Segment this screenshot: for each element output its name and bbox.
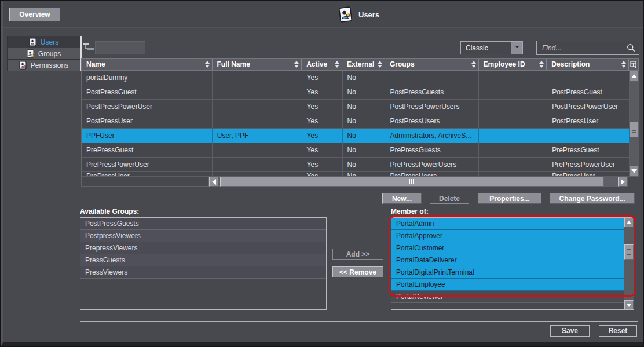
table-horizontal-scrollbar[interactable] <box>81 177 639 187</box>
available-group-PressGuests[interactable]: PressGuests <box>80 254 326 266</box>
cell-name: PrePressPowerUser <box>82 158 213 171</box>
page-title-group: Users <box>338 5 379 24</box>
cell-description: PostPressPowerUser <box>547 100 630 114</box>
dropdown-arrow-icon[interactable] <box>511 42 522 54</box>
cell-name: PrePressUser <box>82 172 213 176</box>
page-title: Users <box>358 10 379 19</box>
scroll-up-button[interactable] <box>624 218 634 227</box>
sort-icon[interactable] <box>539 61 544 68</box>
member-of-list[interactable]: PortalAdminPortalApproverPortalCustomerP… <box>391 217 634 310</box>
app-window: Overview Users UsersGroupsPermissions Cl… <box>1 1 643 346</box>
table-row-PrePressGuest[interactable]: PrePressGuestYesNoPrePressGuestsPrePress… <box>82 143 630 158</box>
cell-groups <box>385 71 479 85</box>
find-input[interactable]: Find... <box>536 41 639 55</box>
available-group-PressViewers[interactable]: PressViewers <box>80 266 326 279</box>
column-config-button[interactable] <box>629 59 638 70</box>
sidebar-item-groups[interactable]: Groups <box>7 48 80 59</box>
available-group-PostPressGuests[interactable]: PostPressGuests <box>80 218 326 230</box>
table-row-PrePressUser[interactable]: PrePressUserYesNoPrePressUsersPrePressUs… <box>82 172 630 177</box>
new-button[interactable]: New... <box>382 193 422 204</box>
member-group-PortalReviewer[interactable]: PortalReviewer <box>391 291 624 303</box>
sort-icon[interactable] <box>621 61 626 68</box>
column-header-employee-id[interactable]: Employee ID <box>479 59 547 70</box>
add-button[interactable]: Add >> <box>332 249 383 260</box>
cell-full-name <box>213 158 302 171</box>
cell-full-name <box>213 71 302 85</box>
available-group-PrepressViewers[interactable]: PrepressViewers <box>80 242 326 254</box>
column-config-icon <box>630 61 638 68</box>
cell-employee-id <box>479 85 547 99</box>
cell-description: PrePressPowerUser <box>547 158 630 171</box>
view-mode-value: Classic <box>461 44 511 52</box>
scrollbar-filler-panel <box>81 177 209 187</box>
column-header-name[interactable]: Name <box>82 59 213 70</box>
table-row-PPFUser[interactable]: PPFUserUser, PPFYesNoAdministrators, Arc… <box>82 129 630 143</box>
sort-icon[interactable] <box>335 61 339 68</box>
member-scroll-thumb[interactable] <box>624 244 634 260</box>
cell-full-name <box>213 114 302 128</box>
cell-full-name <box>213 85 302 99</box>
member-group-PortalEmployee[interactable]: PortalEmployee <box>391 279 624 291</box>
member-of-items: PortalAdminPortalApproverPortalCustomerP… <box>391 218 624 309</box>
sort-icon[interactable] <box>471 61 476 68</box>
table-vertical-scrollbar[interactable] <box>630 71 639 177</box>
view-mode-select[interactable]: Classic <box>460 41 523 54</box>
sort-icon[interactable] <box>378 61 382 68</box>
sort-icon[interactable] <box>205 61 210 68</box>
cell-description: PrePressUser <box>547 172 630 176</box>
cell-full-name <box>213 100 302 114</box>
member-list-scrollbar[interactable] <box>624 218 634 309</box>
tree-hierarchy-icon[interactable] <box>83 42 94 51</box>
remove-button[interactable]: << Remove <box>332 266 383 277</box>
sort-icon[interactable] <box>294 61 299 68</box>
column-label: Description <box>551 60 590 68</box>
properties-button[interactable]: Properties... <box>478 193 541 204</box>
cell-full-name <box>213 172 302 176</box>
scroll-down-button[interactable] <box>630 166 639 177</box>
scroll-down-button[interactable] <box>624 300 634 309</box>
table-row-PrePressPowerUser[interactable]: PrePressPowerUserYesNoPrePressPowerUsers… <box>82 158 630 172</box>
horizontal-scroll-thumb[interactable] <box>220 177 604 187</box>
cell-external: No <box>343 85 386 99</box>
member-group-PortalDataDeliverer[interactable]: PortalDataDeliverer <box>391 254 624 266</box>
sidebar-item-permissions[interactable]: Permissions <box>7 59 80 71</box>
table-row-PostPressGuest[interactable]: PostPressGuestYesNoPostPressGuestsPostPr… <box>82 85 630 100</box>
cell-groups: Administrators, ArchiveS... <box>385 129 479 143</box>
scroll-right-button[interactable] <box>618 177 628 187</box>
save-button[interactable]: Save <box>550 325 590 337</box>
cell-description: PostPressUser <box>547 114 630 128</box>
table-row-portalDummy[interactable]: portalDummyYesNo <box>82 71 630 85</box>
available-group-PostpressViewers[interactable]: PostpressViewers <box>80 230 326 242</box>
column-header-full-name[interactable]: Full Name <box>213 59 302 70</box>
cell-external: No <box>343 129 386 143</box>
member-group-PortalApprover[interactable]: PortalApprover <box>391 230 624 242</box>
member-group-PortalCustomer[interactable]: PortalCustomer <box>391 242 624 254</box>
column-header-description[interactable]: Description <box>547 59 629 70</box>
column-header-external[interactable]: External <box>342 59 385 70</box>
table-row-PostPressPowerUser[interactable]: PostPressPowerUserYesNoPostPressPowerUse… <box>82 100 630 114</box>
cell-groups: PostPressUsers <box>385 114 479 128</box>
member-group-PortalDigitalPrintTerminal[interactable]: PortalDigitalPrintTerminal <box>391 266 624 279</box>
cell-active: Yes <box>302 100 343 114</box>
column-label: Name <box>86 60 105 68</box>
available-groups-list[interactable]: PostPressGuestsPostpressViewersPrepressV… <box>80 217 327 310</box>
column-header-active[interactable]: Active <box>302 59 342 70</box>
member-of-label: Member of: <box>391 207 429 215</box>
sidebar-item-users[interactable]: Users <box>7 36 80 48</box>
change-password-button[interactable]: Change Password... <box>550 193 635 204</box>
reset-button[interactable]: Reset <box>599 325 637 337</box>
cell-external: No <box>343 114 386 128</box>
column-header-groups[interactable]: Groups <box>385 59 479 70</box>
vertical-scroll-thumb[interactable] <box>630 122 639 137</box>
search-icon[interactable] <box>627 43 635 52</box>
overview-button[interactable]: Overview <box>9 8 60 21</box>
cell-employee-id <box>479 114 547 128</box>
delete-button[interactable]: Delete <box>430 193 469 204</box>
member-group-PortalAdmin[interactable]: PortalAdmin <box>391 218 624 230</box>
scroll-left-button[interactable] <box>209 177 219 187</box>
cell-groups: PostPressGuests <box>385 85 479 99</box>
scroll-up-button[interactable] <box>630 71 639 82</box>
groups-icon <box>27 49 34 58</box>
table-row-PostPressUser[interactable]: PostPressUserYesNoPostPressUsersPostPres… <box>82 114 630 129</box>
cell-description: PrePressGuest <box>547 143 630 157</box>
